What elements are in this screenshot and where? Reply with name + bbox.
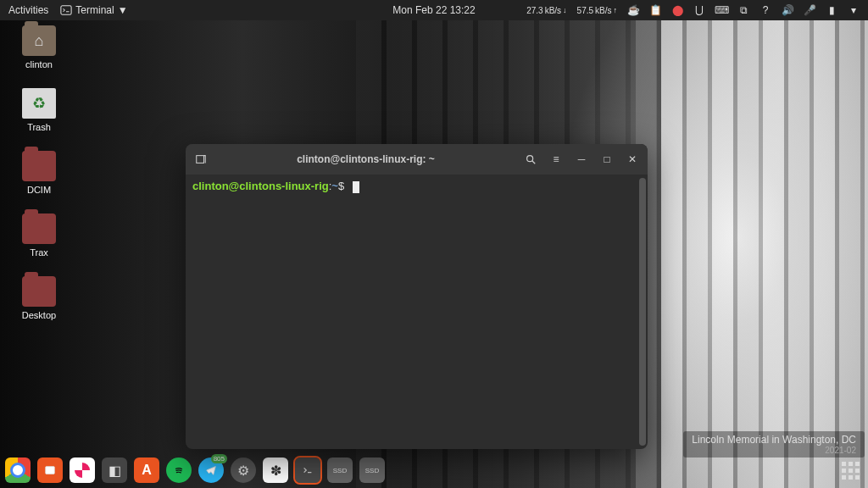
mic-icon[interactable]: 🎤 [804,4,815,16]
help-icon[interactable]: ? [760,4,771,16]
dock-drive-2[interactable]: SSD [359,458,385,483]
terminal-titlebar[interactable]: clinton@clintons-linux-rig: ~ ≡ ─ □ ✕ [186,144,648,175]
dock-lollypop[interactable] [70,458,95,483]
desktop-icon-trash[interactable]: Trash [12,88,66,132]
wallpaper-caption: Lincoln Memorial in Washington, DC 2021-… [683,431,865,458]
desktop-icon-label: DCIM [27,185,51,195]
trash-icon [22,88,56,119]
dock-terminal[interactable] [295,458,320,483]
desktop-icon-label: Trash [27,122,51,132]
home-folder-icon [22,25,56,56]
prompt-user: clinton@clintons-linux-rig [192,180,329,192]
svg-rect-4 [46,467,55,474]
wallpaper-date: 2021-02 [692,446,856,455]
search-button[interactable] [524,152,537,166]
terminal-cursor [353,181,359,193]
terminal-app-icon [60,4,72,16]
dock-shotwell[interactable]: ✽ [263,458,288,483]
dock-software[interactable] [134,458,159,483]
dock-chrome[interactable] [5,458,31,483]
folder-icon [22,214,56,244]
caffeine-icon[interactable]: ☕ [627,4,639,16]
desktop-icons: clinton Trash DCIM Trax Desktop [12,25,66,320]
dock-files[interactable] [37,458,63,483]
svg-rect-1 [197,156,204,164]
terminal-body[interactable]: clinton@clintons-linux-rig:~$ [186,175,648,449]
desktop-icon-label: clinton [25,59,53,69]
power-menu-icon[interactable]: ▾ [848,4,860,16]
top-bar: Activities Terminal ▼ Mon Feb 22 13:22 2… [0,0,868,20]
top-bar-right: 27.3 kB/s ↓ 57.5 kB/s ↑ ☕ 📋 ⬤ ⋃ ⌨ ⧉ ? 🔊 … [526,4,868,16]
dock-settings[interactable]: ⚙ [231,458,256,483]
net-up-indicator: 57.5 kB/s ↑ [577,6,617,15]
menu-button[interactable]: ≡ [549,152,563,166]
terminal-scrollbar[interactable] [639,178,646,446]
svg-line-3 [532,161,536,164]
dock-app-misc[interactable]: ◧ [102,458,127,483]
desktop-icon-label: Desktop [22,310,56,320]
battery-icon[interactable]: ▮ [826,4,837,16]
screen-icon[interactable]: ⧉ [737,4,749,16]
net-up-value: 57.5 [577,6,593,15]
net-down-value: 27.3 [526,6,542,15]
activities-button[interactable]: Activities [8,4,48,16]
folder-icon [22,276,56,307]
svg-rect-0 [61,6,71,15]
net-down-unit: kB/s [545,6,561,15]
dock-telegram[interactable]: 805 [198,458,224,483]
app-menu[interactable]: Terminal ▼ [60,4,127,16]
prompt-path: ~ [331,180,338,192]
desktop-icon-dcim[interactable]: DCIM [12,151,66,195]
svg-point-2 [527,156,533,162]
desktop-icon-home[interactable]: clinton [12,25,66,69]
dock: ◧ 805 ⚙ ✽ SSD SSD [5,456,385,485]
volume-icon[interactable]: 🔊 [782,4,793,16]
minimize-button[interactable]: ─ [575,152,588,166]
telegram-badge: 805 [211,454,227,463]
desktop-icon-desktop[interactable]: Desktop [12,276,66,320]
net-up-unit: kB/s [595,6,611,15]
dock-spotify[interactable] [166,458,192,483]
close-button[interactable]: ✕ [626,152,639,166]
arrow-up-icon: ↑ [614,6,618,14]
app-menu-label: Terminal [75,4,114,16]
prompt-symbol: $ [338,180,344,192]
dock-drive-1[interactable]: SSD [327,458,353,483]
keyboard-icon[interactable]: ⌨ [715,4,727,16]
folder-icon [22,151,56,181]
desktop-icon-label: Trax [30,247,48,258]
chevron-down-icon: ▼ [118,4,128,16]
desktop-icon-trax[interactable]: Trax [12,214,66,258]
ubiquiti-icon[interactable]: ⋃ [693,4,705,16]
arrow-down-icon: ↓ [563,6,567,14]
show-applications-button[interactable] [837,458,863,483]
terminal-title: clinton@clintons-linux-rig: ~ [208,153,524,165]
net-down-indicator: 27.3 kB/s ↓ [526,6,566,15]
top-bar-left: Activities Terminal ▼ [0,4,128,16]
wallpaper-caption-text: Lincoln Memorial in Washington, DC [692,434,856,446]
clock[interactable]: Mon Feb 22 13:22 [392,4,475,16]
maximize-button[interactable]: □ [600,152,614,166]
new-tab-button[interactable] [194,152,208,166]
terminal-window[interactable]: clinton@clintons-linux-rig: ~ ≡ ─ □ ✕ cl… [186,144,648,449]
record-icon[interactable]: ⬤ [671,4,683,16]
clipboard-icon[interactable]: 📋 [649,4,661,16]
